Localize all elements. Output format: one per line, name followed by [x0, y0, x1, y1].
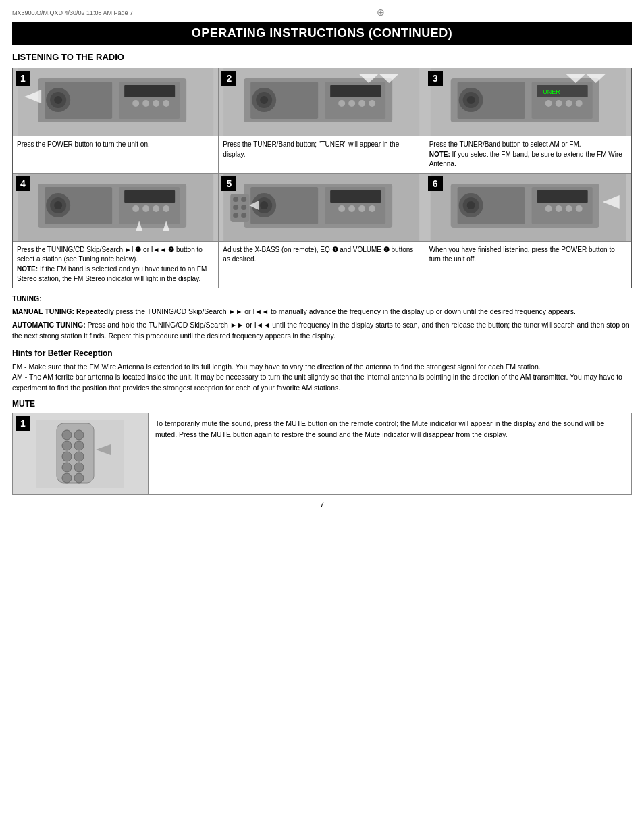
step-6-illustration — [425, 174, 631, 241]
svg-point-22 — [348, 100, 355, 107]
svg-point-91 — [62, 430, 72, 440]
mute-step-badge: 1 — [16, 416, 30, 431]
step-5-illustration — [219, 174, 424, 241]
svg-point-86 — [565, 205, 572, 212]
step-3: 3 TUNER — [425, 68, 631, 173]
section1-heading: LISTENING TO THE RADIO — [12, 52, 632, 62]
mute-image-cell: 1 — [13, 413, 148, 494]
svg-rect-8 — [124, 85, 175, 97]
svg-point-12 — [163, 100, 169, 107]
svg-point-6 — [54, 96, 62, 104]
step-3-note-text: If you select the FM band, be sure to ex… — [429, 151, 622, 168]
svg-point-73 — [233, 213, 238, 218]
manual-tuning-text: press the TUNING/CD Skip/Search ►► or I◄… — [116, 307, 576, 315]
svg-point-66 — [358, 205, 365, 212]
svg-point-96 — [74, 452, 84, 461]
step-4-image: 4 — [13, 174, 218, 241]
tuning-section: TUNING: MANUAL TUNING: Repeatedly press … — [12, 294, 632, 342]
crosshair-top — [377, 7, 389, 19]
step-6-badge: 6 — [428, 176, 443, 191]
svg-point-93 — [62, 441, 72, 450]
svg-rect-49 — [124, 190, 175, 203]
hints-section: Hints for Better Reception FM - Make sur… — [12, 347, 632, 394]
step-4-badge: 4 — [16, 176, 30, 191]
svg-point-21 — [338, 100, 345, 107]
step-1-image: 1 — [13, 68, 218, 136]
svg-point-94 — [74, 441, 84, 450]
svg-point-9 — [132, 100, 139, 107]
step-4: 4 — [13, 174, 219, 288]
svg-point-52 — [153, 205, 159, 212]
svg-point-24 — [369, 100, 375, 107]
mute-heading: MUTE — [12, 399, 632, 409]
svg-point-70 — [241, 197, 246, 202]
step-3-badge: 3 — [428, 71, 443, 86]
svg-point-38 — [565, 100, 572, 107]
step-2-illustration — [219, 68, 424, 136]
step-3-illustration: TUNER — [425, 68, 631, 136]
svg-point-71 — [233, 205, 238, 210]
svg-point-11 — [153, 100, 159, 107]
step-4-illustration — [13, 174, 218, 241]
mute-grid: 1 — [12, 413, 632, 495]
steps-container: 1 — [12, 68, 632, 288]
svg-point-53 — [163, 205, 169, 212]
svg-rect-83 — [537, 190, 587, 203]
svg-point-37 — [555, 100, 562, 107]
hints-fm-text: FM - Make sure that the FM Wire Antenna … — [12, 362, 632, 373]
step-2: 2 — [219, 68, 425, 173]
step-6-description: When you have finished listening, press … — [425, 241, 631, 268]
step-5-badge: 5 — [221, 176, 236, 191]
steps-row1: 1 — [13, 68, 631, 173]
step-4-description: Press the TUNING/CD Skip/Search ►I ❶ or … — [13, 241, 218, 288]
svg-point-74 — [241, 213, 246, 218]
step-6-image: 6 — [425, 174, 631, 241]
hints-am-text: AM - The AM ferrite bar antenna is locat… — [12, 372, 632, 394]
steps-row2: 4 — [13, 173, 631, 288]
tuning-heading: TUNING: — [12, 294, 42, 303]
step-2-description: Press the TUNER/Band button; "TUNER" wil… — [219, 136, 424, 163]
manual-tuning-bold: Repeatedly — [76, 307, 114, 315]
svg-point-82 — [466, 201, 475, 209]
auto-tuning-label: AUTOMATIC TUNING: — [12, 321, 86, 329]
svg-point-99 — [62, 473, 72, 483]
svg-point-87 — [575, 205, 582, 212]
auto-tuning-text: Press and hold the TUNING/CD Skip/Search… — [12, 321, 630, 340]
svg-point-39 — [575, 100, 582, 107]
svg-point-95 — [62, 452, 72, 461]
page-number: 7 — [12, 500, 632, 509]
mute-illustration — [36, 420, 124, 488]
svg-point-67 — [369, 205, 375, 212]
step-1-description: Press the POWER button to turn the unit … — [13, 136, 218, 153]
print-header: MX3900.O/M.QXD 4/30/02 11:08 AM Page 7 — [12, 7, 632, 19]
svg-point-62 — [260, 201, 268, 209]
step-1-badge: 1 — [16, 71, 30, 86]
svg-point-92 — [74, 430, 84, 440]
svg-point-33 — [466, 96, 475, 104]
step-1-illustration — [13, 68, 218, 136]
step-6: 6 — [425, 174, 631, 288]
step-3-image: 3 TUNER — [425, 68, 631, 136]
mute-section: MUTE 1 — [12, 399, 632, 495]
svg-point-19 — [260, 96, 268, 104]
svg-rect-63 — [330, 190, 381, 203]
svg-point-64 — [338, 205, 345, 212]
svg-point-97 — [62, 463, 72, 472]
hints-title: Hints for Better Reception — [12, 347, 632, 359]
svg-point-85 — [555, 205, 562, 212]
page-wrapper: MX3900.O/M.QXD 4/30/02 11:08 AM Page 7 O… — [0, 0, 644, 834]
svg-point-65 — [348, 205, 355, 212]
svg-point-48 — [54, 201, 62, 209]
step-4-note-label: NOTE: — [17, 265, 38, 273]
svg-point-98 — [74, 463, 84, 472]
main-title: OPERATING INSTRUCTIONS (CONTINUED) — [12, 22, 632, 45]
svg-point-69 — [233, 197, 238, 202]
step-2-badge: 2 — [221, 71, 236, 86]
svg-point-50 — [132, 205, 139, 212]
step-3-description: Press the TUNER/Band button to select AM… — [425, 136, 631, 173]
svg-point-84 — [545, 205, 552, 212]
svg-point-51 — [142, 205, 149, 212]
mute-description: To temporarily mute the sound, press the… — [148, 413, 631, 494]
step-2-image: 2 — [219, 68, 424, 136]
svg-text:TUNER: TUNER — [539, 88, 560, 95]
